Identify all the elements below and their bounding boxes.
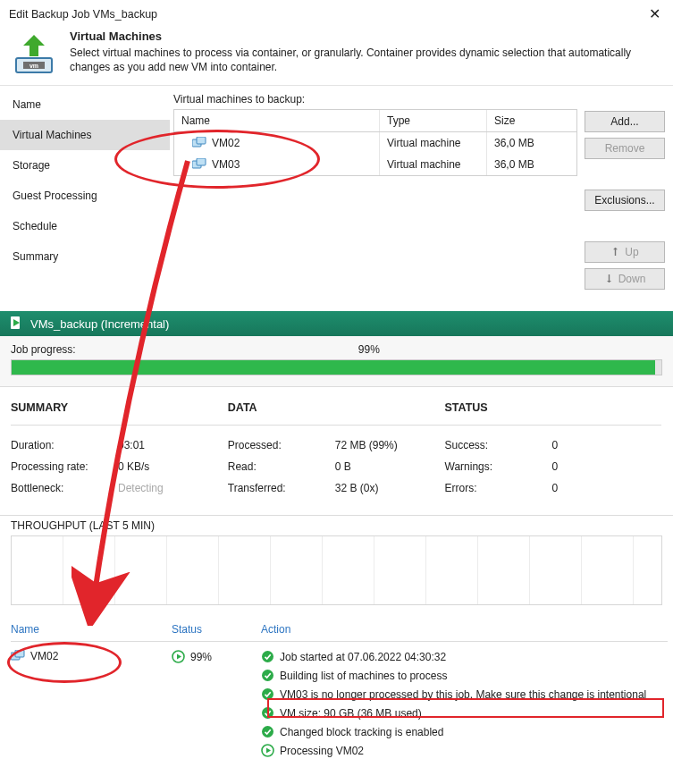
success-icon [261,650,274,663]
vm-table: Name Type Size VM02 Virtual machine 36,0… [173,109,577,176]
remove-button[interactable]: Remove [585,138,665,159]
vm-size: 36,0 MB [487,154,576,175]
action-row: Building list of machines to process [261,666,668,685]
summary-heading: SUMMARY [11,401,228,426]
action-text: Processing VM02 [280,745,364,757]
job-progress-section: Job progress: 99% [0,336,673,387]
vm-table-header: Name Type Size [174,110,576,132]
warnings-label: Warnings: [445,460,552,473]
svg-text:vm: vm [29,63,38,69]
throughput-chart [11,535,662,605]
table-row[interactable]: VM03 Virtual machine 36,0 MB [174,154,576,175]
status-heading: STATUS [445,401,662,426]
edit-job-dialog: Edit Backup Job VMs_backup ✕ vm Virtual … [0,0,673,295]
detail-action-header: Action [261,623,668,642]
step-name[interactable]: Name [0,89,170,120]
processed-label: Processed: [228,439,335,451]
step-virtual-machines[interactable]: Virtual Machines [0,120,170,150]
arrow-up-icon: 🠕 [610,247,620,257]
arrow-down-icon: 🠗 [604,274,614,284]
success-icon [261,706,274,720]
vm-list-label: Virtual machines to backup: [173,91,577,109]
success-icon [261,669,274,682]
action-text: VM size: 90 GB (36 MB used) [280,707,422,720]
job-title: VMs_backup (Incremental) [30,317,169,331]
action-row: VM03 is no longer processed by this job.… [261,685,668,704]
column-name[interactable]: Name [174,110,380,131]
data-heading: DATA [228,401,445,426]
dialog-heading: Virtual Machines [70,30,662,43]
close-icon[interactable]: ✕ [645,5,664,22]
progress-bar [11,359,662,375]
action-text: VM03 is no longer processed by this job.… [280,688,646,701]
svg-point-14 [262,670,273,681]
vm-name: VM02 [212,137,240,149]
success-value: 0 [552,439,597,451]
vm-type: Virtual machine [380,154,487,175]
svg-point-17 [262,726,273,738]
svg-marker-12 [177,654,181,660]
throughput-label: THROUGHPUT (LAST 5 MIN) [0,516,673,534]
dialog-description: Select virtual machines to process via c… [70,46,662,74]
action-row: VM size: 90 GB (36 MB used) [261,704,668,722]
wizard-steps: Name Virtual Machines Storage Guest Proc… [0,86,170,295]
read-label: Read: [228,460,335,473]
action-row: Processing VM02 [261,741,668,760]
action-text: Job started at 07.06.2022 04:30:32 [280,651,446,663]
success-icon [261,687,274,701]
step-schedule[interactable]: Schedule [0,211,170,241]
detail-vm-name: VM02 [30,650,58,662]
svg-rect-6 [197,158,206,165]
up-button[interactable]: 🠕Up [585,241,665,263]
processed-value: 72 MB (99%) [335,439,445,451]
action-row: Changed block tracking is enabled [261,722,668,741]
vm-size: 36,0 MB [487,132,576,154]
action-text: Building list of machines to process [280,670,447,682]
detail-section: Name VM02 Status 99% Action Job started … [0,614,673,772]
svg-point-13 [262,651,273,662]
vm-icon [192,158,206,171]
stats-section: SUMMARY Duration:03:01 Processing rate:0… [0,387,673,516]
job-progress-pct: 99% [76,343,662,356]
detail-name-header: Name [11,623,172,642]
warnings-value: 0 [552,460,597,473]
vm-logo-icon: vm [11,30,57,76]
svg-rect-10 [15,650,24,657]
vm-type: Virtual machine [380,132,487,154]
column-size[interactable]: Size [487,110,576,131]
step-guest-processing[interactable]: Guest Processing [0,181,170,211]
job-header: VMs_backup (Incremental) [0,311,673,336]
bottleneck-label: Bottleneck: [11,482,118,494]
transferred-value: 32 B (0x) [335,482,445,494]
errors-value: 0 [552,482,597,494]
transferred-label: Transferred: [228,482,335,494]
rate-value: 0 KB/s [118,460,228,473]
add-button[interactable]: Add... [585,111,665,132]
play-icon [261,744,274,757]
dialog-header: vm Virtual Machines Select virtual machi… [0,26,673,86]
play-icon [172,650,185,663]
svg-marker-19 [266,748,271,754]
job-progress-label: Job progress: [11,343,76,356]
exclusions-button[interactable]: Exclusions... [585,190,665,211]
step-storage[interactable]: Storage [0,150,170,181]
detail-vm-row[interactable]: VM02 [11,647,172,665]
vm-icon [11,650,25,662]
action-text: Changed block tracking is enabled [280,726,443,738]
column-type[interactable]: Type [380,110,487,131]
svg-point-15 [262,688,273,700]
vm-icon [192,137,206,149]
action-row: Job started at 07.06.2022 04:30:32 [261,647,668,666]
vm-name: VM03 [212,158,240,171]
success-label: Success: [445,439,552,451]
svg-rect-4 [197,137,206,144]
duration-value: 03:01 [118,439,228,451]
read-value: 0 B [335,460,445,473]
step-summary[interactable]: Summary [0,241,170,272]
duration-label: Duration: [11,439,118,451]
table-row[interactable]: VM02 Virtual machine 36,0 MB [174,132,576,154]
bottleneck-value: Detecting [118,482,228,494]
rate-label: Processing rate: [11,460,118,473]
down-button[interactable]: 🠗Down [585,268,665,290]
detail-status-header: Status [172,623,261,642]
